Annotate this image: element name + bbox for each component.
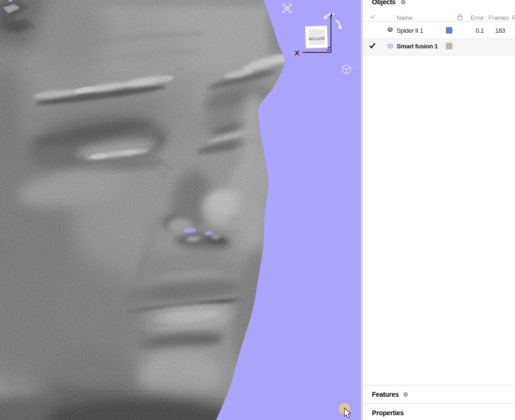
svg-text:BOTTOM: BOTTOM xyxy=(308,36,325,41)
svg-text:X: X xyxy=(295,49,299,57)
